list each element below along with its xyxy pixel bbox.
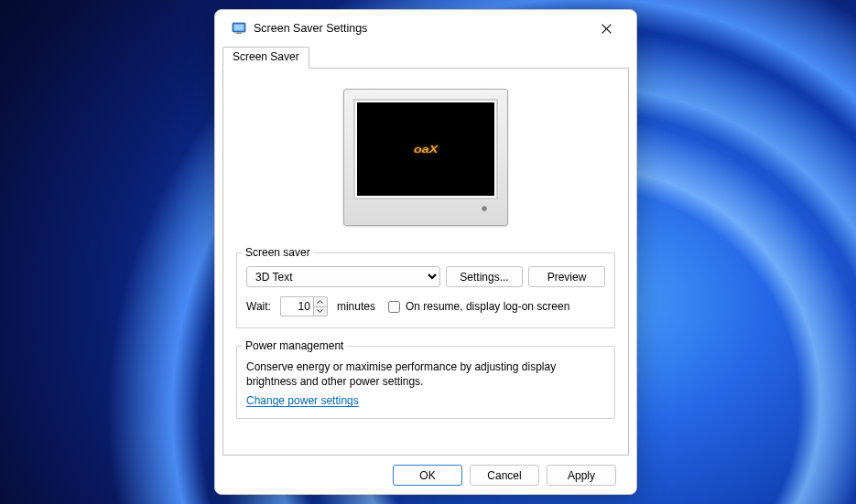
chevron-up-icon (317, 300, 323, 304)
svg-rect-2 (236, 33, 242, 35)
settings-button[interactable]: Settings... (446, 266, 523, 287)
close-button[interactable] (587, 15, 625, 42)
wait-label: Wait: (246, 300, 271, 313)
tab-screensaver[interactable]: Screen Saver (222, 47, 309, 69)
tab-panel: oaX Screen saver 3D Text Settings... Pre… (222, 68, 629, 456)
power-group: Power management Conserve energy or maxi… (236, 339, 615, 419)
screensaver-group-label: Screen saver (242, 246, 314, 259)
preview-button[interactable]: Preview (528, 266, 605, 287)
resume-checkbox[interactable] (388, 301, 400, 313)
ok-button[interactable]: OK (393, 465, 462, 486)
cancel-button[interactable]: Cancel (470, 465, 539, 486)
app-icon (232, 21, 246, 36)
window-title: Screen Saver Settings (254, 22, 587, 35)
titlebar: Screen Saver Settings (215, 10, 636, 47)
tab-strip: Screen Saver (222, 47, 629, 68)
resume-label: On resume, display log-on screen (406, 300, 569, 313)
screensaver-select[interactable]: 3D Text (246, 266, 440, 287)
chevron-down-icon (317, 309, 323, 313)
close-icon (601, 24, 612, 34)
change-power-settings-link[interactable]: Change power settings (246, 394, 359, 407)
preview-text: oaX (414, 144, 438, 155)
power-text: Conserve energy or maximise performance … (246, 359, 605, 389)
screensaver-group: Screen saver 3D Text Settings... Preview… (236, 246, 615, 328)
preview-screen: oaX (357, 102, 494, 196)
power-group-label: Power management (242, 339, 347, 352)
spinner-up[interactable] (314, 297, 327, 307)
minutes-label: minutes (337, 300, 375, 313)
preview-monitor: oaX (343, 89, 508, 226)
wait-spinner[interactable] (280, 296, 328, 316)
spinner-down[interactable] (314, 307, 327, 316)
monitor-led-icon (482, 206, 487, 211)
svg-rect-1 (234, 25, 244, 31)
screensaver-settings-dialog: Screen Saver Settings Screen Saver oaX (214, 9, 637, 495)
apply-button[interactable]: Apply (547, 465, 616, 486)
wait-input[interactable] (280, 296, 313, 316)
